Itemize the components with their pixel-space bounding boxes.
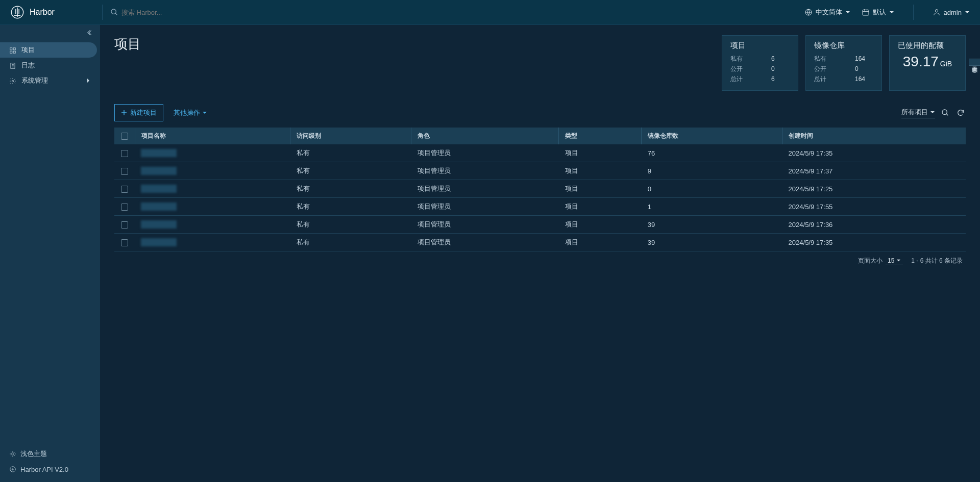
row-checkbox[interactable] [121, 239, 128, 246]
cell-type: 项目 [559, 198, 642, 216]
chevron-down-icon [202, 110, 207, 115]
pagination: 页面大小 15 1 - 6 共计 6 条记录 [114, 251, 966, 265]
sidebar-item-admin[interactable]: 系统管理 [0, 73, 100, 88]
page-size-selector[interactable]: 15 [886, 257, 903, 265]
chevron-down-icon [845, 10, 850, 15]
divider [913, 5, 914, 20]
stat-value: 0 [771, 64, 775, 74]
new-project-button[interactable]: 新建项目 [114, 104, 163, 121]
language-selector[interactable]: 中文简体 [804, 8, 850, 17]
card-title: 项目 [730, 41, 790, 50]
svg-rect-9 [10, 48, 12, 50]
svg-point-8 [935, 10, 938, 12]
column-header[interactable]: 角色 [411, 128, 559, 144]
stat-key: 公开 [814, 64, 835, 74]
table-row[interactable]: 私有项目管理员项目92024/5/9 17:37 [114, 162, 966, 180]
app-header: Harbor 中文简体 默认 admin [0, 0, 980, 25]
column-header[interactable]: 镜像仓库数 [642, 128, 782, 144]
stat-row: 总计6 [730, 74, 790, 84]
sidebar-item-projects[interactable]: 项目 [0, 42, 97, 58]
language-label: 中文简体 [816, 8, 842, 17]
table-row[interactable]: 私有项目管理员项目12024/5/9 17:55 [114, 198, 966, 216]
stat-key: 总计 [814, 74, 835, 84]
chevron-down-icon [965, 10, 970, 15]
stat-value: 164 [855, 74, 865, 84]
svg-line-26 [14, 452, 15, 452]
svg-line-23 [11, 452, 11, 452]
default-selector[interactable]: 默认 [862, 8, 894, 17]
column-header[interactable]: 类型 [559, 128, 642, 144]
column-header[interactable]: 创建时间 [782, 128, 966, 144]
cell-created: 2024/5/9 17:36 [782, 216, 966, 234]
svg-rect-11 [10, 51, 12, 53]
sidebar-item-logs[interactable]: 日志 [0, 58, 100, 73]
project-filter-dropdown[interactable]: 所有项目 [901, 108, 935, 118]
svg-point-1 [111, 9, 116, 14]
chevron-down-icon [930, 110, 935, 115]
globe-icon [804, 8, 813, 16]
table-row[interactable]: 私有项目管理员项目02024/5/9 17:25 [114, 180, 966, 198]
table-search-button[interactable] [940, 108, 950, 118]
user-icon [933, 8, 941, 16]
user-menu[interactable]: admin [933, 8, 970, 16]
cell-type: 项目 [559, 162, 642, 180]
projects-table: 项目名称访问级别角色类型镜像仓库数创建时间 私有项目管理员项目762024/5/… [114, 128, 966, 265]
cell-name[interactable] [135, 216, 290, 234]
row-checkbox[interactable] [121, 204, 128, 211]
stat-value: 164 [855, 54, 865, 64]
sun-icon [9, 450, 16, 458]
row-checkbox[interactable] [121, 186, 128, 193]
other-actions-dropdown[interactable]: 其他操作 [174, 108, 207, 117]
cell-name[interactable] [135, 234, 290, 251]
api-link[interactable]: Harbor API V2.0 [0, 462, 100, 477]
logs-icon [9, 61, 16, 69]
stat-value: 0 [855, 64, 859, 74]
row-checkbox[interactable] [121, 168, 128, 175]
sidebar: 项目日志系统管理 浅色主题 Harbor API V2.0 [0, 25, 100, 482]
column-header[interactable]: 访问级别 [290, 128, 411, 144]
cell-repos: 1 [642, 198, 782, 216]
cell-type: 项目 [559, 180, 642, 198]
collapse-icon [87, 29, 94, 36]
svg-rect-10 [13, 48, 15, 50]
cell-name[interactable] [135, 198, 290, 216]
stats-cards: 项目 私有6公开0总计6 镜像仓库 私有164公开0总计164 已使用的配额 3… [722, 35, 966, 91]
table-row[interactable]: 私有项目管理员项目762024/5/9 17:35 [114, 144, 966, 162]
event-log-tab[interactable]: 事件日志 [969, 59, 980, 66]
card-title: 镜像仓库 [814, 41, 873, 50]
cell-type: 项目 [559, 144, 642, 162]
nav-list: 项目日志系统管理 [0, 40, 100, 88]
svg-line-24 [14, 455, 15, 456]
search-input[interactable] [121, 9, 224, 16]
stat-row: 私有164 [814, 54, 873, 64]
chevron-down-icon [896, 258, 901, 263]
table-row[interactable]: 私有项目管理员项目392024/5/9 17:36 [114, 216, 966, 234]
svg-rect-12 [13, 51, 15, 53]
row-checkbox[interactable] [121, 221, 128, 229]
table-row[interactable]: 私有项目管理员项目392024/5/9 17:35 [114, 234, 966, 251]
search-icon [110, 8, 118, 16]
cell-role: 项目管理员 [411, 162, 559, 180]
chevron-right-icon [86, 78, 91, 83]
divider [102, 5, 103, 20]
theme-toggle[interactable]: 浅色主题 [0, 446, 100, 462]
cell-name[interactable] [135, 144, 290, 162]
pagination-range: 1 - 6 共计 6 条记录 [911, 257, 963, 265]
refresh-button[interactable] [955, 108, 966, 118]
column-header[interactable]: 项目名称 [135, 128, 290, 144]
admin-icon [9, 77, 16, 85]
global-search[interactable] [110, 8, 804, 16]
cell-name[interactable] [135, 162, 290, 180]
select-all-checkbox[interactable] [121, 133, 128, 140]
row-checkbox[interactable] [121, 150, 128, 157]
sidebar-collapse-button[interactable] [0, 25, 100, 40]
redacted-name [141, 238, 177, 246]
cell-access: 私有 [290, 180, 411, 198]
stat-row: 总计164 [814, 74, 873, 84]
stat-value: 6 [771, 54, 775, 64]
cell-repos: 39 [642, 234, 782, 251]
logo[interactable]: Harbor [10, 5, 94, 19]
filter-label: 所有项目 [901, 108, 928, 117]
svg-rect-4 [863, 10, 869, 15]
cell-name[interactable] [135, 180, 290, 198]
